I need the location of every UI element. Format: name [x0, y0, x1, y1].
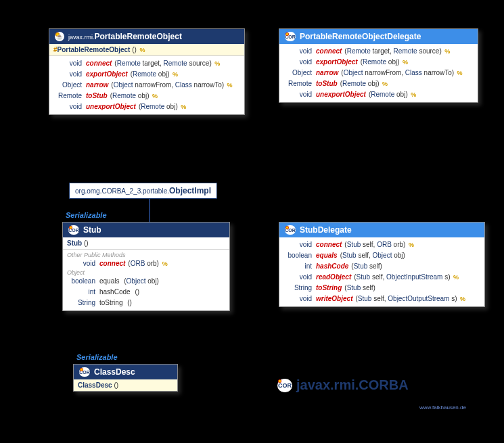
method-row: boolean equals (Object obj): [63, 276, 229, 287]
method-row: voidunexportObject(Remote obj) %: [279, 89, 478, 100]
class-classdesc: COR ClassDesc ClassDesc (): [73, 364, 178, 392]
corba-icon: COR: [285, 32, 296, 41]
section-label: Object: [63, 269, 229, 276]
method-row: int hashCode (): [63, 287, 229, 298]
package-name: javax.rmi.CORBA: [296, 377, 409, 393]
constructor-row: #PortableRemoteObject () %: [49, 44, 244, 55]
corba-icon: COR: [79, 367, 90, 377]
method-row: void connect(ORB orb) %: [63, 258, 229, 269]
parent-class-objectimpl: org.omg.CORBA_2_3.portable.ObjectImpl: [69, 183, 217, 199]
class-name: ClassDesc: [94, 367, 135, 377]
serializable-label: Serializable: [66, 211, 107, 219]
class-header: COR PortableRemoteObjectDelegate: [279, 29, 478, 44]
method-row: voidconnect(Stub self, ORB orb) %: [279, 239, 484, 250]
class-header: COR Stub: [63, 223, 229, 237]
parent-package: org.omg.CORBA_2_3.portable.: [75, 187, 169, 195]
method-row: voidunexportObject(Remote obj) %: [49, 101, 244, 112]
method-row: voidconnect(Remote target, Remote source…: [49, 58, 244, 69]
parent-name: ObjectImpl: [169, 186, 211, 195]
package-title: COR javax.rmi.CORBA: [277, 377, 409, 393]
class-name: Stub: [83, 225, 101, 235]
method-row: Objectnarrow(Object narrowFrom, Class na…: [49, 80, 244, 91]
corba-icon: COR: [277, 379, 292, 392]
constructor-row: ClassDesc (): [74, 379, 177, 391]
other-methods-section: Other Public Methods void connect(ORB or…: [63, 249, 229, 310]
interface-stub-delegate: COR StubDelegate voidconnect(Stub self, …: [279, 222, 485, 307]
constructor-row: Stub (): [63, 237, 229, 249]
class-stub: COR Stub Stub () Other Public Methods vo…: [62, 222, 230, 311]
class-name: PortableRemoteObjectDelegate: [300, 32, 421, 41]
interface-portable-remote-object-delegate: COR PortableRemoteObjectDelegate voidcon…: [279, 28, 478, 103]
section-label: Other Public Methods: [63, 252, 229, 258]
java-icon: ☕: [55, 32, 64, 41]
serializable-label: Serializable: [76, 353, 118, 361]
method-row: RemotetoStub(Remote obj) %: [279, 78, 478, 89]
method-row: inthashCode(Stub self): [279, 261, 484, 272]
method-row: voidexportObject(Remote obj) %: [49, 69, 244, 80]
corba-icon: COR: [68, 225, 79, 235]
method-row: voidwriteObject(Stub self, ObjectOutputS…: [279, 294, 484, 304]
method-row: voidreadObject(Stub self, ObjectInputStr…: [279, 272, 484, 283]
method-row: Objectnarrow(Object narrowFrom, Class na…: [279, 68, 478, 78]
method-row: String toString (): [63, 298, 229, 308]
class-package: javax.rmi.: [68, 34, 95, 41]
class-portable-remote-object: ☕ javax.rmi.PortableRemoteObject #Portab…: [49, 28, 245, 115]
methods-section: voidconnect(Remote target, Remote source…: [49, 55, 244, 114]
method-row: StringtoString(Stub self): [279, 283, 484, 294]
method-row: voidconnect(Remote target, Remote source…: [279, 46, 478, 57]
corba-icon: COR: [285, 225, 296, 235]
method-row: RemotetoStub(Remote obj) %: [49, 91, 244, 101]
class-name: PortableRemoteObject: [95, 32, 182, 41]
class-name: StubDelegate: [300, 225, 352, 235]
methods-section: voidconnect(Remote target, Remote source…: [279, 44, 478, 102]
method-row: voidexportObject(Remote obj) %: [279, 57, 478, 68]
class-header: COR StubDelegate: [279, 223, 484, 237]
methods-section: voidconnect(Stub self, ORB orb) %boolean…: [279, 237, 484, 306]
class-header: COR ClassDesc: [74, 365, 177, 379]
watermark: www.falkhausen.de: [419, 404, 466, 411]
method-row: booleanequals(Stub self, Object obj): [279, 250, 484, 261]
inheritance-connector: [149, 199, 150, 222]
class-header: ☕ javax.rmi.PortableRemoteObject: [49, 29, 244, 44]
